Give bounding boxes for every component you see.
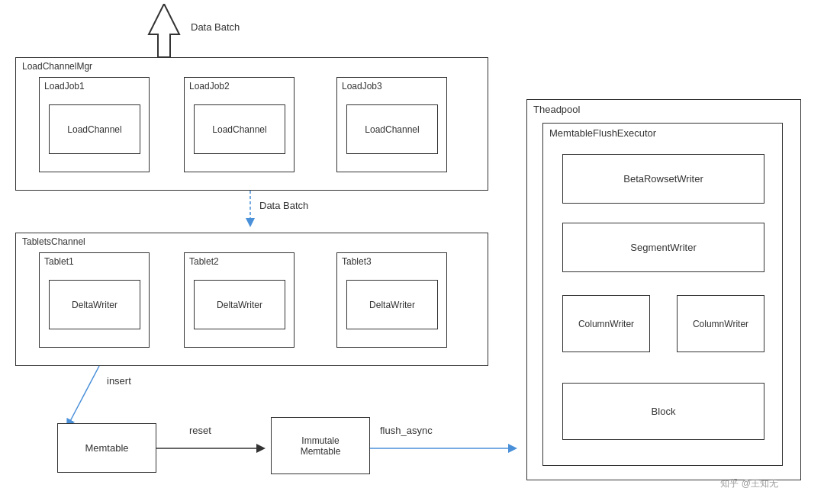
load-job2-box: LoadJob2 LoadChannel (184, 77, 295, 172)
tablet1-box: Tablet1 DeltaWriter (39, 252, 150, 348)
tablet2-box: Tablet2 DeltaWriter (184, 252, 295, 348)
data-batch-arrow (243, 191, 258, 229)
flush-async-label: flush_async (380, 425, 433, 436)
tablet2-label: Tablet2 (189, 256, 219, 267)
segment-writer-box: SegmentWriter (562, 223, 764, 272)
delta-writer3-box: DeltaWriter (346, 280, 438, 329)
tablet3-box: Tablet3 DeltaWriter (336, 252, 447, 348)
reset-arrow (156, 437, 271, 460)
load-job3-box: LoadJob3 LoadChannel (336, 77, 447, 172)
load-channel2-box: LoadChannel (194, 104, 285, 154)
block-label: Block (652, 406, 676, 417)
immutable-memtable-label: Immutale Memtable (301, 435, 341, 457)
flush-async-arrow (370, 437, 523, 460)
reset-label: reset (189, 425, 211, 436)
memtable-flush-executor-label: MemtableFlushExecutor (549, 127, 656, 139)
threadpool-label: Theadpool (533, 104, 580, 115)
load-channel3-label: LoadChannel (365, 124, 419, 135)
column-writer2-label: ColumnWriter (693, 319, 748, 329)
load-channel3-box: LoadChannel (346, 104, 438, 154)
svg-marker-0 (149, 4, 179, 57)
delta-writer2-box: DeltaWriter (194, 280, 285, 329)
load-channel-mgr-box: LoadChannelMgr LoadJob1 LoadChannel Load… (15, 57, 488, 191)
block-box: Block (562, 383, 764, 440)
load-job2-label: LoadJob2 (189, 81, 230, 91)
watermark: 知乎 @王知无 (720, 477, 778, 490)
load-job1-label: LoadJob1 (44, 81, 85, 91)
memtable-flush-executor-box: MemtableFlushExecutor BetaRowsetWriter S… (542, 123, 783, 466)
delta-writer3-label: DeltaWriter (369, 300, 415, 310)
tablets-channel-box: TabletsChannel Tablet1 DeltaWriter Table… (15, 233, 488, 366)
load-job1-box: LoadJob1 LoadChannel (39, 77, 150, 172)
data-batch-label-top: Data Batch (191, 21, 240, 33)
delta-writer2-label: DeltaWriter (217, 300, 262, 310)
column-writer1-box: ColumnWriter (562, 295, 650, 352)
delta-writer1-box: DeltaWriter (49, 280, 140, 329)
beta-rowset-writer-box: BetaRowsetWriter (562, 154, 764, 204)
threadpool-box: Theadpool MemtableFlushExecutor BetaRows… (526, 99, 801, 480)
load-job3-label: LoadJob3 (342, 81, 382, 91)
column-writer1-label: ColumnWriter (578, 319, 634, 329)
data-batch-label-mid: Data Batch (259, 200, 308, 211)
svg-line-2 (69, 366, 99, 424)
tablet3-label: Tablet3 (342, 256, 372, 267)
load-channel1-box: LoadChannel (49, 104, 140, 154)
insert-label: insert (107, 375, 131, 387)
tablets-channel-label: TabletsChannel (22, 236, 85, 247)
load-channel1-label: LoadChannel (67, 124, 121, 135)
memtable-box: Memtable (57, 423, 156, 473)
beta-rowset-writer-label: BetaRowsetWriter (623, 173, 703, 185)
segment-writer-label: SegmentWriter (630, 242, 696, 253)
immutable-memtable-box: Immutale Memtable (271, 417, 370, 474)
column-writer2-box: ColumnWriter (677, 295, 764, 352)
tablet1-label: Tablet1 (44, 256, 74, 267)
delta-writer1-label: DeltaWriter (72, 300, 117, 310)
top-down-arrow (141, 4, 187, 57)
load-channel-mgr-label: LoadChannelMgr (22, 61, 92, 72)
diagram-container: Data Batch LoadChannelMgr LoadJob1 LoadC… (0, 0, 824, 504)
load-channel2-label: LoadChannel (212, 124, 266, 135)
memtable-label: Memtable (85, 442, 128, 454)
